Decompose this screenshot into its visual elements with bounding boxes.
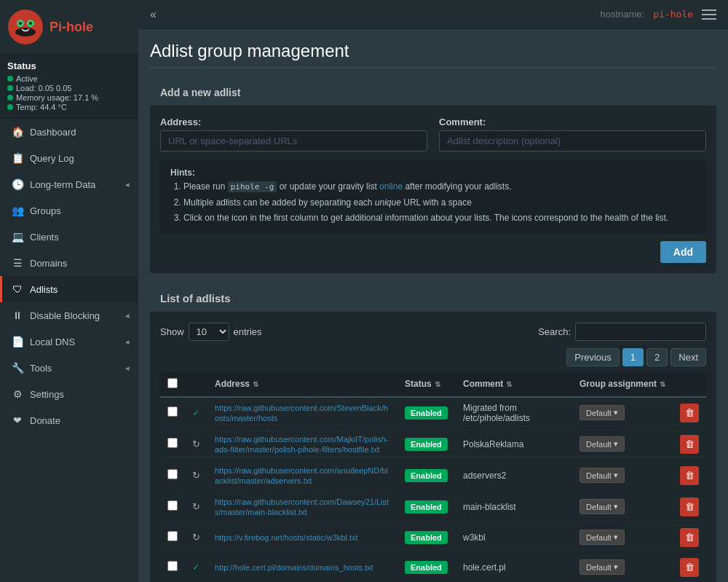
row-checkbox[interactable]	[167, 500, 178, 511]
row-checkbox[interactable]	[167, 406, 178, 417]
th-checkbox	[160, 372, 185, 397]
row-refresh-icon: ↻	[192, 532, 200, 543]
group-select-button[interactable]: Default ▾	[579, 468, 625, 483]
sidebar-item-query-log[interactable]: 📋 Query Log	[0, 145, 138, 171]
donate-icon: ❤	[11, 414, 24, 426]
address-input[interactable]	[160, 130, 427, 152]
show-select[interactable]: 10 25 50 100	[189, 323, 229, 341]
row-address-cell: https://raw.githubusercontent.com/Steven…	[207, 397, 397, 429]
domains-icon: ☰	[11, 257, 24, 269]
table-body: ✓ https://raw.githubusercontent.com/Stev…	[160, 397, 706, 583]
row-status-cell: Enabled	[397, 522, 456, 552]
hamburger-menu[interactable]	[702, 9, 716, 20]
sidebar-item-donate[interactable]: ❤ Donate	[0, 407, 138, 433]
sidebar-item-dashboard[interactable]: 🏠 Dashboard	[0, 119, 138, 145]
row-group-cell: Default ▾	[572, 428, 673, 460]
row-checkbox[interactable]	[167, 438, 178, 448]
delete-button[interactable]: 🗑	[680, 404, 699, 422]
sidebar-item-settings[interactable]: ⚙ Settings	[0, 381, 138, 407]
hints-list: Please run pihole -g or update your grav…	[170, 180, 696, 224]
sidebar-item-long-term-data[interactable]: 🕒 Long-term Data ◂	[0, 171, 138, 197]
sidebar-item-local-dns[interactable]: 📄 Local DNS ◂	[0, 329, 138, 355]
search-input[interactable]	[575, 323, 706, 341]
delete-button[interactable]: 🗑	[680, 558, 699, 577]
row-address-link[interactable]: https://raw.githubusercontent.com/Steven…	[215, 404, 388, 422]
row-delete-cell: 🗑	[673, 397, 706, 429]
disable-blocking-icon: ⏸	[11, 310, 24, 321]
row-icon-cell: ↻	[185, 522, 207, 552]
row-address-cell: http://hole.cert.pl/domains/domains_host…	[207, 552, 397, 582]
table-controls: Show 10 25 50 100 entries Search:	[160, 323, 706, 341]
sidebar-toggle[interactable]: «	[150, 8, 157, 21]
row-checkbox-cell	[160, 397, 185, 429]
group-select-button[interactable]: Default ▾	[579, 405, 625, 420]
th-comment[interactable]: Comment ⇅	[456, 372, 572, 397]
long-term-icon: 🕒	[11, 178, 24, 190]
row-address-link[interactable]: https://v.firebog.net/hosts/static/w3kbl…	[215, 533, 358, 542]
sidebar-item-domains[interactable]: ☰ Domains	[0, 250, 138, 276]
online-link[interactable]: online	[379, 181, 403, 192]
row-delete-cell: 🗑	[673, 460, 706, 491]
group-select-button[interactable]: Default ▾	[579, 559, 625, 575]
prev-button[interactable]: Previous	[566, 348, 620, 366]
memory-indicator	[7, 95, 13, 101]
page-2-button[interactable]: 2	[646, 348, 668, 366]
svg-point-0	[8, 9, 43, 44]
add-button[interactable]: Add	[660, 241, 706, 263]
th-group[interactable]: Group assignment ⇅	[572, 372, 673, 397]
group-select-button[interactable]: Default ▾	[579, 530, 625, 545]
row-address-link[interactable]: http://hole.cert.pl/domains/domains_host…	[215, 563, 373, 572]
app-brand: Pi-hole	[50, 20, 93, 35]
trash-icon: 🗑	[685, 470, 695, 481]
row-icon-cell: ↻	[185, 428, 207, 460]
delete-button[interactable]: 🗑	[680, 435, 699, 454]
disable-blocking-arrow: ◂	[125, 311, 130, 321]
tools-icon: 🔧	[11, 362, 24, 374]
svg-point-4	[19, 22, 22, 25]
group-select-button[interactable]: Default ▾	[579, 499, 625, 514]
hostname-value: pi-hole	[653, 9, 693, 20]
clients-icon: 💻	[11, 231, 24, 243]
group-select-button[interactable]: Default ▾	[579, 436, 625, 452]
delete-button[interactable]: 🗑	[680, 466, 699, 485]
row-refresh-icon: ↻	[192, 439, 200, 449]
address-label: Address:	[160, 117, 427, 127]
comment-label: Comment:	[439, 117, 706, 127]
row-checkbox[interactable]	[167, 561, 178, 571]
th-status[interactable]: Status ⇅	[397, 372, 456, 397]
row-address-link[interactable]: https://raw.githubusercontent.com/Dawsey…	[215, 498, 389, 516]
delete-button[interactable]: 🗑	[680, 528, 699, 547]
list-body: Show 10 25 50 100 entries Search:	[150, 312, 716, 583]
sidebar-item-disable-blocking[interactable]: ⏸ Disable Blocking ◂	[0, 302, 138, 329]
next-button[interactable]: Next	[670, 348, 706, 366]
th-address[interactable]: Address ⇅	[207, 372, 397, 397]
sidebar-item-groups[interactable]: 👥 Groups	[0, 197, 138, 224]
settings-icon: ⚙	[11, 388, 24, 400]
status-active: Active	[7, 74, 131, 83]
row-group-cell: Default ▾	[572, 397, 673, 429]
add-btn-row: Add	[160, 241, 706, 263]
sidebar-item-tools[interactable]: 🔧 Tools ◂	[0, 355, 138, 381]
row-comment-cell: w3kbl	[456, 522, 572, 552]
address-group: Address:	[160, 117, 427, 152]
select-all-checkbox[interactable]	[167, 378, 178, 388]
row-checkbox[interactable]	[167, 469, 178, 479]
sidebar-item-adlists[interactable]: 🛡 Adlists	[0, 276, 138, 302]
trash-icon: 🗑	[685, 407, 695, 418]
status-sort-icon: ⇅	[435, 380, 440, 388]
delete-button[interactable]: 🗑	[680, 498, 699, 516]
comment-input[interactable]	[439, 130, 706, 152]
row-checkbox[interactable]	[167, 531, 178, 541]
row-address-link[interactable]: https://raw.githubusercontent.com/MajkiI…	[215, 435, 388, 454]
page-1-button[interactable]: 1	[622, 348, 644, 366]
sidebar-item-clients[interactable]: 💻 Clients	[0, 224, 138, 250]
row-icon-cell: ↻	[185, 460, 207, 491]
row-address-cell: https://raw.githubusercontent.com/MajkiI…	[207, 428, 397, 460]
dropdown-arrow: ▾	[614, 439, 618, 449]
svg-point-5	[29, 22, 32, 25]
row-status-cell: Enabled	[397, 428, 456, 460]
status-badge: Enabled	[405, 500, 448, 514]
sidebar-status: Status Active Load: 0.05 0.05 Memory usa…	[0, 55, 138, 119]
address-sort-icon: ⇅	[253, 380, 258, 388]
row-address-link[interactable]: https://raw.githubusercontent.com/anudee…	[215, 466, 388, 485]
